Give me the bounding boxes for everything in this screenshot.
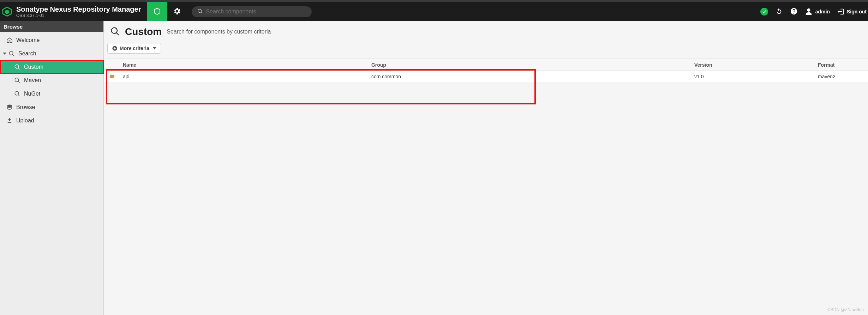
- refresh-button[interactable]: [775, 7, 783, 16]
- nav-browse-button[interactable]: [147, 2, 167, 21]
- search-icon: [14, 91, 20, 97]
- cube-icon: [153, 7, 161, 17]
- search-icon: [14, 77, 20, 84]
- home-icon: [6, 37, 13, 43]
- results-table: Name Group Version Format api com.common…: [104, 59, 868, 82]
- table-header: Name Group Version Format: [104, 59, 868, 71]
- search-icon: [8, 50, 15, 57]
- search-icon: [14, 64, 20, 70]
- svg-marker-2: [7, 38, 12, 43]
- status-ok-icon[interactable]: [760, 8, 768, 16]
- database-icon: [6, 104, 13, 110]
- brand: Sonatype Nexus Repository Manager OSS 3.…: [0, 2, 147, 21]
- svg-marker-1: [5, 10, 10, 14]
- main-content: Custom Search for components by custom c…: [104, 21, 868, 315]
- help-button[interactable]: [790, 7, 798, 16]
- page-header: Custom Search for components by custom c…: [104, 26, 868, 43]
- cell-format: maven2: [815, 74, 868, 79]
- nav-admin-button[interactable]: [167, 2, 187, 21]
- cell-group: com.common: [369, 74, 692, 79]
- cell-name: api: [120, 74, 369, 79]
- sidebar-item-welcome[interactable]: Welcome: [0, 34, 103, 47]
- global-search-input[interactable]: [206, 8, 306, 15]
- caret-down-icon: [3, 53, 6, 55]
- component-icon: [104, 74, 120, 79]
- sidebar-heading: Browse: [0, 21, 103, 32]
- col-group[interactable]: Group: [369, 62, 692, 68]
- global-search[interactable]: [192, 6, 312, 17]
- caret-down-icon: [153, 47, 156, 49]
- app-title: Sonatype Nexus Repository Manager: [16, 5, 141, 13]
- sidebar-item-browse[interactable]: Browse: [0, 101, 103, 114]
- signout-button[interactable]: Sign out: [837, 8, 867, 16]
- sidebar-item-upload[interactable]: Upload: [0, 114, 103, 127]
- sidebar-item-label: Welcome: [16, 37, 40, 43]
- sidebar-item-search[interactable]: Search: [0, 47, 103, 60]
- more-criteria-label: More criteria: [120, 46, 149, 51]
- page-title: Custom: [125, 26, 162, 37]
- app-version: OSS 3.37.1-01: [16, 13, 141, 18]
- col-version[interactable]: Version: [692, 62, 815, 68]
- upload-icon: [6, 117, 13, 124]
- sidebar: Browse Welcome Search Custom Maven: [0, 21, 104, 315]
- search-icon: [110, 26, 120, 37]
- sidebar-item-label: Search: [18, 50, 36, 57]
- more-criteria-button[interactable]: More criteria: [107, 43, 161, 54]
- sidebar-item-label: Maven: [24, 77, 41, 84]
- sidebar-item-nuget[interactable]: NuGet: [0, 87, 103, 101]
- watermark: CSDN @ZNineSun: [827, 307, 864, 312]
- sidebar-item-label: Upload: [16, 117, 34, 124]
- user-menu[interactable]: admin: [805, 8, 830, 16]
- sidebar-item-label: NuGet: [24, 91, 40, 97]
- sidebar-item-maven[interactable]: Maven: [0, 74, 103, 87]
- sidebar-item-custom[interactable]: Custom: [0, 60, 103, 74]
- sidebar-nav: Welcome Search Custom Maven NuGet: [0, 32, 103, 127]
- plus-circle-icon: [112, 46, 118, 51]
- nexus-logo-icon: [2, 7, 12, 17]
- page-subtitle: Search for components by custom criteria: [167, 29, 271, 35]
- app-header: Sonatype Nexus Repository Manager OSS 3.…: [0, 0, 868, 21]
- search-icon: [197, 8, 203, 15]
- username-label: admin: [815, 9, 830, 14]
- gear-icon: [173, 7, 181, 17]
- sidebar-item-label: Custom: [24, 64, 43, 70]
- cell-version: v1.0: [692, 74, 815, 79]
- col-name[interactable]: Name: [120, 62, 369, 68]
- user-icon: [805, 8, 813, 16]
- sidebar-item-label: Browse: [16, 104, 35, 110]
- signout-label: Sign out: [847, 9, 867, 14]
- signout-icon: [837, 8, 845, 16]
- table-row[interactable]: api com.common v1.0 maven2: [104, 71, 868, 82]
- col-format[interactable]: Format: [815, 62, 868, 68]
